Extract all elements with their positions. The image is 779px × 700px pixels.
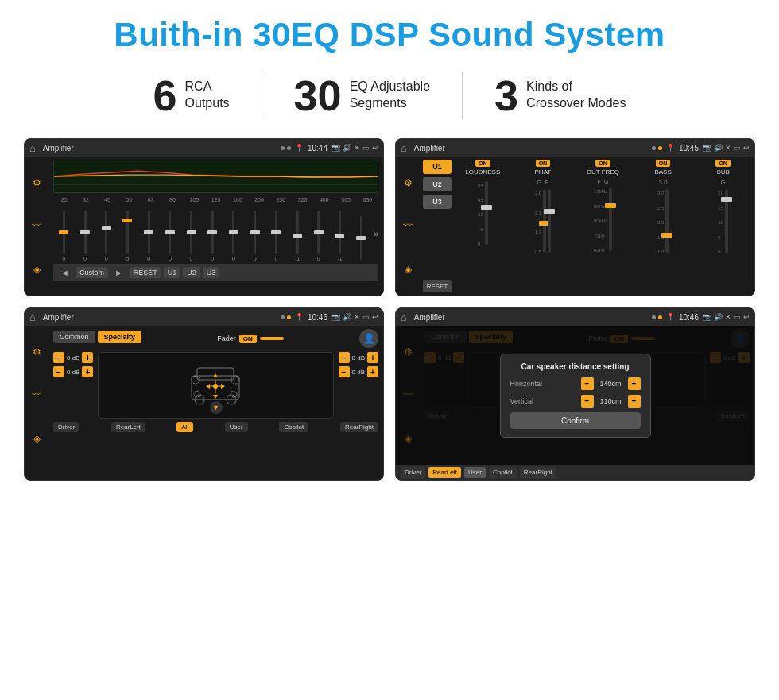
- vertical-plus-btn[interactable]: +: [628, 395, 641, 408]
- u3-crossover-btn[interactable]: U3: [423, 195, 452, 209]
- eq-slider-col[interactable]: 0: [138, 211, 160, 261]
- fader-on-badge[interactable]: ON: [239, 335, 257, 343]
- eq-slider-track[interactable]: [296, 211, 299, 254]
- eq-slider-thumb[interactable]: [102, 226, 111, 230]
- copilot-btn-dialog[interactable]: Copilot: [489, 467, 517, 478]
- eq-slider-thumb[interactable]: [59, 230, 68, 234]
- rearleft-btn-dialog[interactable]: RearLeft: [428, 467, 461, 478]
- eq-slider-col[interactable]: 5: [117, 211, 138, 261]
- sub-slider[interactable]: [725, 189, 728, 253]
- user-btn[interactable]: User: [225, 422, 248, 432]
- eq-slider-col[interactable]: 0: [244, 211, 265, 261]
- bass-slider[interactable]: [665, 189, 669, 253]
- eq-slider-thumb[interactable]: [335, 234, 344, 238]
- phat-slider-g[interactable]: [543, 189, 546, 253]
- wave-icon-3[interactable]: 〰: [32, 389, 41, 400]
- db-plus-2[interactable]: +: [82, 366, 93, 377]
- home-icon-2[interactable]: ⌂: [401, 142, 407, 154]
- eq-slider-thumb[interactable]: [144, 230, 153, 234]
- eq-slider-col[interactable]: 0: [95, 211, 117, 261]
- rearright-btn[interactable]: RearRight: [340, 422, 378, 432]
- speaker-icon-3[interactable]: ◈: [33, 433, 41, 444]
- eq-slider-track[interactable]: [360, 216, 362, 260]
- wave-icon[interactable]: 〰: [32, 220, 41, 231]
- close-icon-3[interactable]: ✕: [354, 313, 360, 321]
- u2-button[interactable]: U2: [183, 267, 200, 278]
- eq-slider-thumb[interactable]: [165, 230, 175, 234]
- db-minus-3[interactable]: −: [339, 352, 350, 363]
- eq-slider-thumb[interactable]: [356, 236, 366, 240]
- db-minus-2[interactable]: −: [53, 366, 64, 377]
- eq-slider-thumb[interactable]: [271, 230, 281, 234]
- all-btn[interactable]: All: [176, 422, 193, 432]
- eq-slider-col[interactable]: 0: [180, 211, 202, 261]
- db-plus-3[interactable]: +: [367, 352, 378, 363]
- copilot-btn[interactable]: Copilot: [279, 422, 308, 432]
- loudness-on-badge[interactable]: ON: [475, 160, 490, 167]
- next-button[interactable]: ►: [110, 266, 127, 279]
- u2-crossover-btn[interactable]: U2: [423, 177, 452, 191]
- speaker-icon-2[interactable]: ◈: [405, 264, 412, 275]
- eq-slider-track[interactable]: [211, 211, 214, 254]
- fader-slider[interactable]: [260, 337, 284, 340]
- speaker-icon[interactable]: ◈: [33, 264, 41, 275]
- eq-slider-thumb[interactable]: [250, 230, 260, 234]
- eq-slider-thumb[interactable]: [80, 230, 90, 234]
- eq-slider-col[interactable]: 0: [308, 211, 329, 261]
- back-icon-2[interactable]: ↩: [743, 144, 750, 152]
- home-icon-3[interactable]: ⌂: [29, 311, 36, 323]
- eq-slider-track[interactable]: [275, 211, 277, 254]
- custom-button[interactable]: Custom: [76, 267, 108, 278]
- eq-slider-col[interactable]: 0: [75, 211, 96, 261]
- home-icon[interactable]: ⌂: [29, 142, 36, 154]
- loudness-slider[interactable]: [485, 181, 488, 245]
- eq-slider-track[interactable]: [126, 211, 129, 254]
- reset-button[interactable]: RESET: [130, 267, 161, 278]
- eq-slider-track[interactable]: [84, 211, 87, 254]
- eq-slider-thumb[interactable]: [229, 230, 238, 234]
- db-plus-1[interactable]: +: [82, 352, 93, 363]
- eq-icon-2[interactable]: ⚙: [404, 177, 413, 188]
- cutfreq-thumb[interactable]: [605, 203, 616, 208]
- eq-slider-track[interactable]: [232, 211, 234, 254]
- eq-slider-thumb[interactable]: [207, 230, 217, 234]
- eq-slider-track[interactable]: [63, 211, 65, 254]
- horizontal-plus-btn[interactable]: +: [628, 377, 641, 390]
- eq-slider-col[interactable]: -1: [329, 211, 351, 261]
- close-icon[interactable]: ✕: [354, 144, 360, 152]
- back-icon-3[interactable]: ↩: [372, 313, 378, 321]
- eq-slider-track[interactable]: [148, 211, 150, 254]
- eq-slider-track[interactable]: [317, 211, 320, 254]
- phat-thumb-f[interactable]: [544, 209, 555, 214]
- eq-slider-track[interactable]: [339, 211, 341, 254]
- back-icon[interactable]: ↩: [372, 144, 378, 152]
- u1-button[interactable]: U1: [164, 267, 181, 278]
- db-minus-1[interactable]: −: [53, 352, 64, 363]
- rearleft-btn[interactable]: RearLeft: [111, 422, 145, 432]
- eq-slider-col[interactable]: 0: [223, 211, 245, 261]
- fader-avatar[interactable]: 👤: [359, 329, 378, 348]
- db-minus-4[interactable]: −: [339, 366, 350, 377]
- u3-button[interactable]: U3: [203, 267, 220, 278]
- eq-slider-col[interactable]: 0: [265, 211, 287, 261]
- sub-on-badge[interactable]: ON: [715, 160, 731, 167]
- back-icon-4[interactable]: ↩: [743, 313, 750, 321]
- phat-slider-f[interactable]: [548, 189, 551, 253]
- driver-btn[interactable]: Driver: [53, 422, 79, 432]
- close-icon-2[interactable]: ✕: [725, 144, 731, 152]
- eq-slider-col[interactable]: 0: [53, 211, 75, 261]
- wave-icon-2[interactable]: 〰: [403, 220, 413, 231]
- loudness-thumb[interactable]: [481, 205, 492, 210]
- common-tab[interactable]: Common: [53, 331, 95, 343]
- eq-slider-thumb[interactable]: [314, 230, 324, 234]
- eq-slider-col[interactable]: 0: [202, 211, 223, 261]
- eq-slider-thumb[interactable]: [293, 234, 302, 238]
- home-icon-4[interactable]: ⌂: [401, 311, 407, 323]
- u1-crossover-btn[interactable]: U1: [423, 160, 452, 174]
- vertical-minus-btn[interactable]: −: [581, 395, 594, 408]
- bass-on-badge[interactable]: ON: [656, 160, 671, 167]
- phat-on-badge[interactable]: ON: [536, 160, 551, 167]
- close-icon-4[interactable]: ✕: [725, 313, 731, 321]
- horizontal-minus-btn[interactable]: −: [581, 377, 594, 390]
- more-icon[interactable]: »: [374, 230, 379, 238]
